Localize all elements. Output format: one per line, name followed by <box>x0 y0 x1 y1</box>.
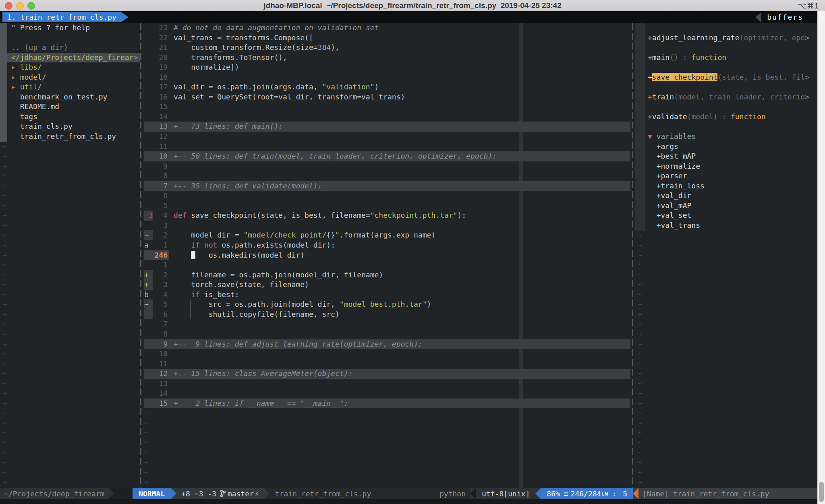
tag-row[interactable]: +val_mAP <box>635 201 818 211</box>
window-title: jdhao-MBP.local ~/Projects/deep_firearm/… <box>0 1 825 10</box>
empty-line-marker: ~ <box>635 448 818 458</box>
code-line[interactable]: 7 <box>144 319 630 329</box>
tag-row[interactable]: +val_set <box>635 211 818 221</box>
empty-line-marker: ~ <box>144 468 630 478</box>
tree-item[interactable]: README.md <box>0 102 140 112</box>
code-line[interactable]: 21 custom_transform.Resize(size=384), <box>144 43 630 53</box>
tag-row[interactable]: +args <box>635 142 818 152</box>
line-number: 7 <box>153 319 170 329</box>
tag-row[interactable]: +val_dir <box>635 191 818 201</box>
code-line[interactable]: ~2 model_dir = "model/check_point/{}".fo… <box>144 230 630 240</box>
fold-line[interactable]: 13+-- 73 lines: def main(): <box>144 122 630 132</box>
window-separator[interactable] <box>140 23 141 488</box>
line-number: 3 <box>153 280 170 290</box>
tree-item[interactable]: train_cls.py <box>0 122 140 132</box>
code-line[interactable]: 13 <box>144 379 630 389</box>
code-line[interactable]: 11 <box>144 142 630 152</box>
window-separator[interactable] <box>632 23 633 488</box>
tree-item[interactable]: .. (up a dir) <box>0 43 140 53</box>
fold-line[interactable]: 12+-- 15 lines: class AverageMeter(objec… <box>144 369 630 379</box>
code-line[interactable]: a1 if not os.path.exists(model_dir): <box>144 240 630 250</box>
line-number: 11 <box>153 142 170 152</box>
fold-line[interactable]: 15+-- 2 lines: if __name__ == "__main__"… <box>144 399 630 409</box>
tree-item[interactable]: ▸ libs/ <box>0 62 140 72</box>
tag-row[interactable]: +main() : function <box>635 53 818 63</box>
tree-item[interactable]: train_retr_from_cls.py <box>0 132 140 142</box>
tree-item[interactable]: ▸ util/ <box>0 82 140 92</box>
code-line[interactable]: +2 filename = os.path.join(model_dir, fi… <box>144 270 630 280</box>
tree-item[interactable]: tags <box>0 112 140 122</box>
empty-line-marker: ~ <box>144 477 630 487</box>
code-line[interactable]: 17val_dir = os.path.join(args.data, "val… <box>144 82 630 92</box>
tag-row[interactable]: +train(model, train_loader, criterio> <box>635 92 818 102</box>
code-line[interactable]: 20 transforms.ToTensor(), <box>144 53 630 63</box>
code-line[interactable]: 12 <box>144 132 630 142</box>
code-line[interactable]: 3 <box>144 221 630 231</box>
code-line[interactable]: 23# do not do data augmentation on valid… <box>144 23 630 33</box>
empty-line-marker: ~ <box>0 230 140 240</box>
code-line[interactable]: b4 if is_best: <box>144 290 630 300</box>
tag-row[interactable]: +adjust_learning_rate(optimizer, epo> <box>635 33 818 43</box>
code-line[interactable]: 5 <box>144 201 630 211</box>
tree-item[interactable] <box>0 33 140 43</box>
code-line[interactable]: 18 <box>144 72 630 83</box>
line-number: 4 <box>153 290 170 300</box>
code-line[interactable]: 1 <box>144 260 630 270</box>
tag-row[interactable]: +save_checkpoint(state, is_best, fil> <box>635 72 818 83</box>
tree-item[interactable]: benchmark_on_test.py <box>0 92 140 102</box>
empty-line-marker: ~ <box>0 448 140 458</box>
code-line[interactable]: 11 <box>144 359 630 369</box>
tree-root-item[interactable]: </jdhao/Projects/deep_firear> <box>7 53 140 63</box>
empty-line-marker: ~ <box>0 369 140 379</box>
code-line[interactable]: 14 <box>144 388 630 399</box>
line-number: 2 <box>153 270 170 280</box>
tag-row[interactable]: +normalize <box>635 161 818 171</box>
empty-line-marker: ~ <box>0 339 140 349</box>
column-separator: : <box>612 490 616 498</box>
code-line[interactable]: 22val_trans = transforms.Compose([ <box>144 33 630 43</box>
scrollbar-thumb[interactable] <box>819 482 824 502</box>
code-line[interactable]: ~5 src = os.path.join(model_dir, "model_… <box>144 300 630 310</box>
tag-row[interactable]: +val_trans <box>635 221 818 231</box>
tag-row[interactable]: ▼ variables <box>635 132 818 142</box>
statusline-gap <box>114 488 133 499</box>
code-line[interactable]: 15 <box>144 102 630 112</box>
tag-row[interactable]: +train_loss <box>635 181 818 191</box>
terminal-scrollbar <box>817 11 825 504</box>
tag-row[interactable]: +validate(model) : function <box>635 112 818 122</box>
fold-line[interactable]: 9+-- 9 lines: def adjust_learning_rate(o… <box>144 339 630 349</box>
empty-line-marker: ~ <box>0 201 140 211</box>
code-line[interactable]: +3 torch.save(state, filename) <box>144 280 630 290</box>
line-number: 11 <box>153 359 170 369</box>
tree-item[interactable]: ▸ model/ <box>0 72 140 83</box>
tag-row[interactable]: +parser <box>635 171 818 181</box>
line-number: 9 <box>153 161 170 171</box>
empty-line-marker: ~ <box>0 240 140 250</box>
fold-line[interactable]: 10+-- 50 lines: def train(model, train_l… <box>144 151 630 161</box>
code-line[interactable]: _34def save_checkpoint(state, is_best, f… <box>144 211 630 221</box>
code-line[interactable]: 16val_set = QuerySet(root=val_dir, trans… <box>144 92 630 102</box>
code-line[interactable]: 14 <box>144 112 630 122</box>
powerline-separator <box>633 488 638 499</box>
code-line[interactable]: 10 <box>144 349 630 359</box>
dirty-flag-icon: ⚡ <box>255 490 259 498</box>
empty-line-marker: ~ <box>635 388 818 399</box>
code-line[interactable]: 8 <box>144 329 630 339</box>
code-line[interactable]: 8 <box>144 171 630 181</box>
tab-train-retr-from-cls[interactable]: 1. train_retr_from_cls.py <box>2 12 129 22</box>
cursor-line[interactable]: 246 os.makedirs(model_dir) <box>144 250 630 260</box>
gutter-sign: + <box>144 280 153 290</box>
line-number: 23 <box>153 23 170 33</box>
tree-item[interactable]: " Press ? for help <box>0 23 140 33</box>
tag-row <box>635 102 818 112</box>
airline-statusline: ~/Projects/deep_firearm NORMAL +8 ~3 -3 … <box>0 488 818 499</box>
fold-line[interactable]: 7+-- 35 lines: def validate(model): <box>144 181 630 191</box>
code-line[interactable]: 9 <box>144 161 630 171</box>
gutter <box>144 369 153 379</box>
powerline-separator <box>471 488 476 499</box>
tag-row[interactable]: +best_mAP <box>635 151 818 161</box>
code-line[interactable]: 6 shutil.copyfile(filename, src) <box>144 310 630 320</box>
code-line[interactable]: 19 normalize]) <box>144 62 630 72</box>
code-line[interactable]: 6 <box>144 191 630 201</box>
empty-line-marker: ~ <box>144 428 630 438</box>
